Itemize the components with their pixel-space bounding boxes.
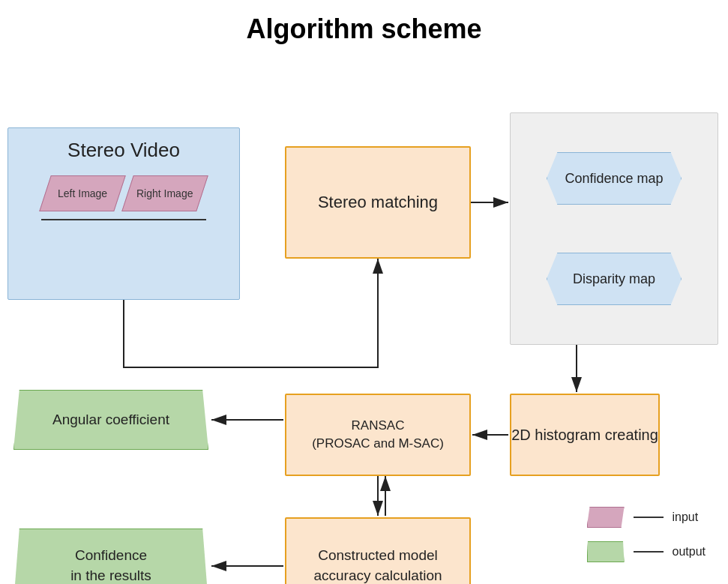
left-image-label: Left Image [58, 187, 107, 199]
legend-input-label: input [673, 511, 699, 524]
legend-pink-shape [587, 507, 625, 528]
stereo-matching-label: Stereo matching [318, 193, 438, 212]
images-row: Left Image Right Image [45, 175, 202, 211]
ransac-label: RANSAC(PROSAC and M-SAC) [312, 417, 444, 453]
left-image-shape: Left Image [39, 175, 126, 211]
ransac-box: RANSAC(PROSAC and M-SAC) [285, 394, 471, 476]
disparity-map-shape: Disparity map [547, 253, 682, 305]
histogram-box: 2D histogram creating [510, 394, 660, 476]
histogram-label: 2D histogram creating [511, 425, 658, 445]
legend-output-label: output [673, 545, 706, 559]
disparity-map-label: Disparity map [573, 271, 655, 287]
right-image-label: Right Image [136, 187, 193, 199]
angular-box: Angular coefficient [13, 390, 208, 450]
page-title: Algorithm scheme [0, 0, 728, 52]
legend-green-shape [587, 541, 625, 562]
legend-output-line [634, 551, 664, 553]
legend-output: output [587, 541, 706, 562]
confidence-map-shape: Confidence map [547, 152, 682, 205]
legend-input: input [587, 507, 706, 528]
stereo-video-box: Stereo Video Left Image Right Image [7, 127, 240, 300]
angular-shape: Angular coefficient [13, 390, 208, 450]
right-image-shape: Right Image [121, 175, 208, 211]
angular-label: Angular coefficient [52, 412, 169, 428]
right-panel: Confidence map Disparity map [510, 112, 718, 345]
accuracy-box: Constructed modelaccuracy calculation [285, 517, 471, 584]
confidence-results-box: Confidencein the results [13, 529, 208, 584]
confidence-map-label: Confidence map [565, 171, 663, 187]
confidence-results-shape: Confidencein the results [13, 529, 208, 584]
stereo-matching-box: Stereo matching [285, 146, 471, 259]
underline-bar [41, 219, 206, 220]
legend-input-line [634, 517, 664, 518]
legend-area: input output [587, 507, 706, 562]
stereo-video-label: Stereo Video [67, 139, 180, 162]
accuracy-label: Constructed modelaccuracy calculation [313, 546, 442, 584]
confidence-results-label: Confidencein the results [70, 546, 151, 584]
